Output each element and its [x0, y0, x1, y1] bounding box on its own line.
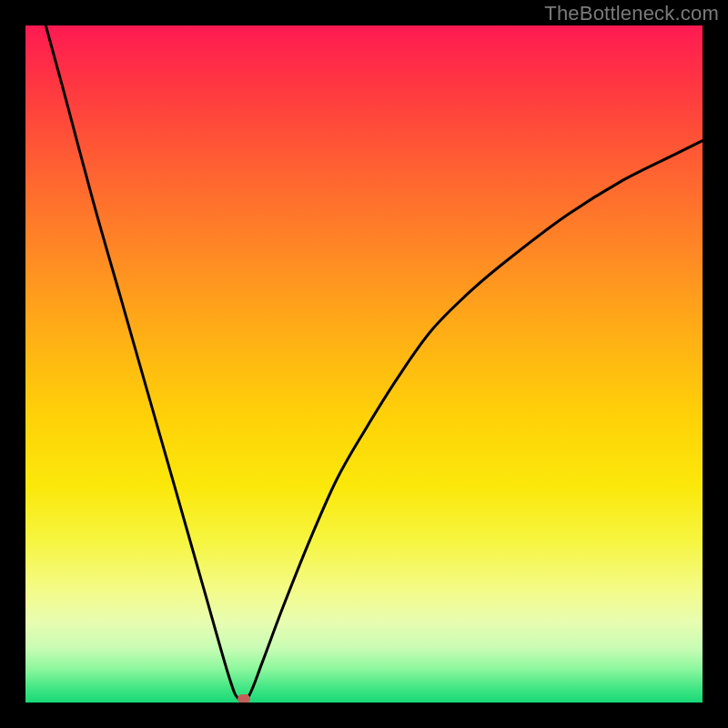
- plot-area: [25, 25, 703, 703]
- chart-frame: TheBottleneck.com: [0, 0, 728, 728]
- curve-path: [46, 25, 703, 702]
- bottleneck-curve: [25, 25, 703, 703]
- optimal-point-marker: [238, 694, 250, 703]
- watermark-text: TheBottleneck.com: [544, 2, 719, 25]
